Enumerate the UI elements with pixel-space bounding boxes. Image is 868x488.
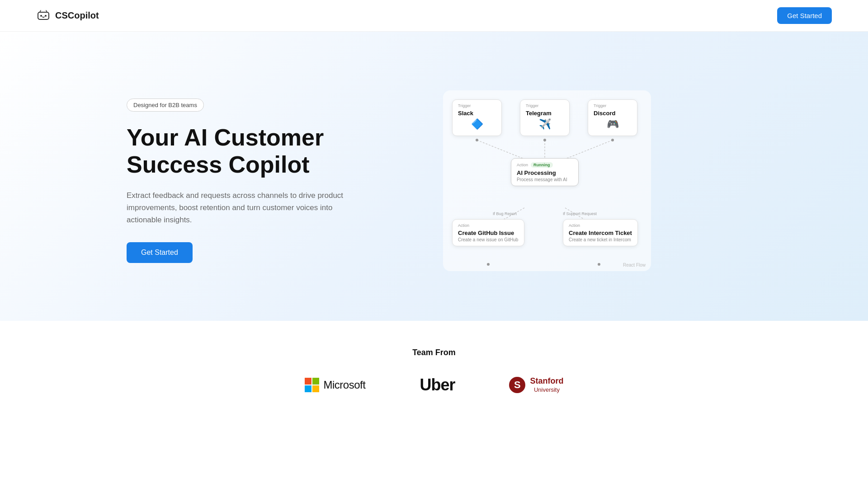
intercom-action-label: Action — [569, 223, 632, 228]
flow-node-ai: Action Running AI Processing Process mes… — [511, 158, 579, 186]
ai-running-badge: Running — [531, 162, 553, 168]
discord-trigger-label: Trigger — [594, 103, 632, 108]
hero-section: Designed for B2B teams Your AI Customer … — [0, 32, 868, 321]
hero-left: Designed for B2B teams Your AI Customer … — [127, 99, 353, 263]
team-logos: Microsoft Uber S Stanford University — [0, 375, 868, 394]
navbar: CSCopilot Get Started — [0, 0, 868, 32]
uber-text: Uber — [420, 375, 455, 394]
telegram-title: Telegram — [526, 110, 564, 117]
svg-point-12 — [598, 263, 600, 266]
stanford-text-block: Stanford University — [530, 376, 563, 393]
flow-node-intercom: Action Create Intercom Ticket Create a n… — [563, 219, 638, 246]
stanford-name: Stanford — [530, 376, 563, 386]
github-title: Create GitHub Issue — [458, 230, 519, 236]
svg-point-1 — [40, 15, 42, 17]
hero-badge: Designed for B2B teams — [127, 99, 204, 112]
react-flow-label: React Flow — [623, 263, 646, 267]
discord-icon: 🎮 — [594, 118, 632, 130]
logo: CSCopilot — [36, 9, 99, 23]
logo-text: CSCopilot — [55, 10, 99, 21]
discord-title: Discord — [594, 110, 632, 117]
flow-node-slack: Trigger Slack 🔷 — [452, 99, 502, 136]
uber-logo: Uber — [420, 375, 455, 394]
branch-label-bug: If Bug Report — [493, 211, 517, 216]
ms-red-square — [305, 378, 311, 385]
stanford-logo: S Stanford University — [509, 376, 563, 393]
svg-point-11 — [487, 263, 490, 266]
hero-description: Extract feedback and requests across cha… — [127, 189, 353, 226]
ai-sub: Process message with AI — [517, 177, 573, 182]
microsoft-logo: Microsoft — [305, 378, 366, 392]
telegram-icon: ✈️ — [526, 118, 564, 130]
intercom-title: Create Intercom Ticket — [569, 230, 632, 236]
svg-rect-0 — [38, 12, 49, 19]
flow-node-telegram: Trigger Telegram ✈️ — [520, 99, 570, 136]
ms-yellow-square — [312, 385, 319, 392]
microsoft-grid-icon — [305, 378, 319, 392]
logo-icon — [36, 9, 51, 23]
telegram-trigger-label: Trigger — [526, 103, 564, 108]
slack-title: Slack — [458, 110, 496, 117]
flow-node-github: Action Create GitHub Issue Create a new … — [452, 219, 524, 246]
ai-title: AI Processing — [517, 169, 573, 176]
svg-point-2 — [45, 15, 47, 17]
microsoft-text: Microsoft — [324, 379, 366, 391]
flow-node-discord: Trigger Discord 🎮 — [588, 99, 637, 136]
hero-title: Your AI Customer Success Copilot — [127, 124, 353, 178]
stanford-sub: University — [530, 386, 563, 394]
github-sub: Create a new issue on GitHub — [458, 237, 519, 242]
intercom-sub: Create a new ticket in Intercom — [569, 237, 632, 242]
svg-point-9 — [543, 139, 546, 141]
ai-action-label: Action Running — [517, 162, 573, 168]
branch-label-support: If Support Request — [563, 211, 597, 216]
team-title: Team From — [0, 348, 868, 357]
nav-get-started-button[interactable]: Get Started — [777, 7, 832, 24]
slack-icon: 🔷 — [458, 118, 496, 130]
slack-trigger-label: Trigger — [458, 103, 496, 108]
svg-point-10 — [611, 139, 614, 141]
hero-get-started-button[interactable]: Get Started — [127, 242, 193, 263]
flow-container: If Bug Report If Support Request Trigger… — [353, 90, 741, 271]
stanford-s-icon: S — [509, 377, 525, 393]
github-action-label: Action — [458, 223, 519, 228]
svg-point-8 — [476, 139, 478, 141]
team-section: Team From Microsoft Uber S Stanford Univ… — [0, 321, 868, 413]
ms-blue-square — [305, 385, 311, 392]
flow-diagram: If Bug Report If Support Request Trigger… — [443, 90, 651, 271]
ms-green-square — [312, 378, 319, 385]
